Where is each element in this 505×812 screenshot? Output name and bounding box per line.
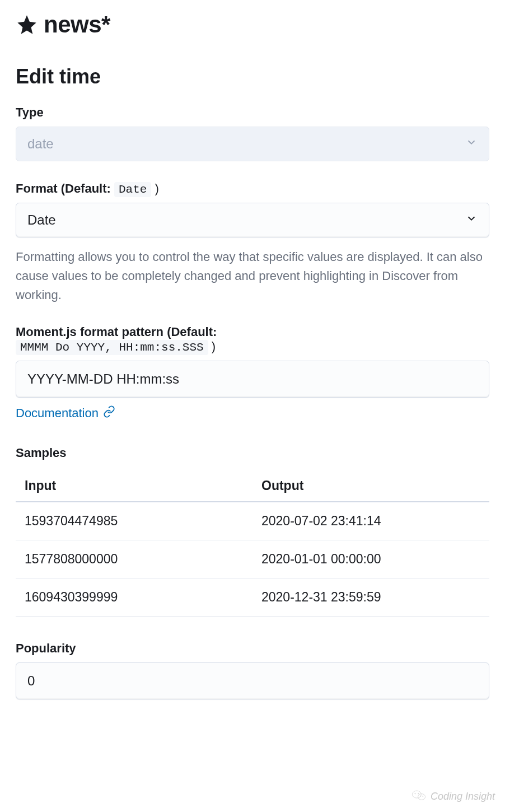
type-label: Type xyxy=(16,105,489,120)
documentation-link[interactable]: Documentation xyxy=(16,405,115,421)
page-title: Edit time xyxy=(16,65,489,88)
external-link-icon xyxy=(103,405,115,421)
type-field-group: Type date xyxy=(16,105,489,161)
type-select: date xyxy=(16,127,489,161)
popularity-field-group: Popularity xyxy=(16,641,489,699)
format-help-text: Formatting allows you to control the way… xyxy=(16,248,489,305)
chevron-down-icon xyxy=(465,136,478,152)
type-select-value: date xyxy=(27,136,54,152)
format-select[interactable]: Date xyxy=(16,203,489,237)
samples-heading: Samples xyxy=(16,446,489,460)
index-pattern-header: news* xyxy=(16,11,489,38)
samples-section: Samples Input Output 1593704474985 2020-… xyxy=(16,446,489,617)
chevron-down-icon xyxy=(465,212,478,228)
moment-label: Moment.js format pattern (Default: MMMM … xyxy=(16,325,489,354)
popularity-input[interactable] xyxy=(16,662,489,699)
moment-pattern-input[interactable] xyxy=(16,361,489,398)
popularity-label: Popularity xyxy=(16,641,489,656)
moment-field-group: Moment.js format pattern (Default: MMMM … xyxy=(16,325,489,421)
table-row: 1577808000000 2020-01-01 00:00:00 xyxy=(16,540,489,578)
table-row: 1593704474985 2020-07-02 23:41:14 xyxy=(16,502,489,540)
samples-table: Input Output 1593704474985 2020-07-02 23… xyxy=(16,470,489,617)
index-pattern-title: news* xyxy=(44,11,110,38)
format-select-value: Date xyxy=(27,212,56,228)
star-icon xyxy=(16,13,38,36)
format-field-group: Format (Default: Date ) Date Formatting … xyxy=(16,181,489,305)
table-row: 1609430399999 2020-12-31 23:59:59 xyxy=(16,578,489,617)
samples-col-output: Output xyxy=(252,470,489,502)
samples-col-input: Input xyxy=(16,470,252,502)
format-label: Format (Default: Date ) xyxy=(16,181,489,196)
